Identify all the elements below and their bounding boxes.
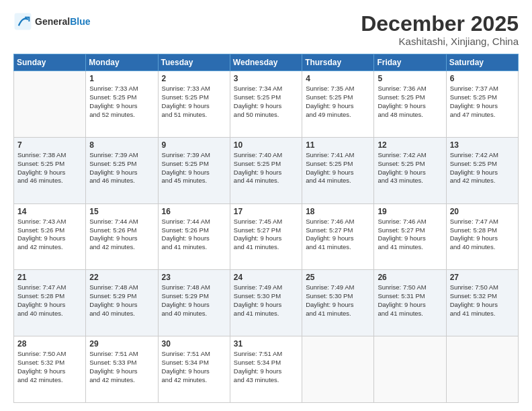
day-number: 10 [234,140,298,150]
day-info: Sunrise: 7:42 AMSunset: 5:25 PMDaylight:… [450,151,515,185]
calendar-cell: 1Sunrise: 7:33 AMSunset: 5:25 PMDaylight… [86,71,158,138]
day-number: 19 [378,207,442,216]
calendar-cell: 10Sunrise: 7:40 AMSunset: 5:25 PMDayligh… [230,137,302,203]
calendar-cell: 5Sunrise: 7:36 AMSunset: 5:25 PMDaylight… [374,71,446,138]
calendar-cell: 13Sunrise: 7:42 AMSunset: 5:25 PMDayligh… [446,137,518,203]
day-number: 17 [234,207,298,216]
day-info: Sunrise: 7:37 AMSunset: 5:25 PMDaylight:… [450,85,515,119]
logo-icon [13,12,32,31]
day-number: 14 [17,207,82,216]
calendar-cell: 18Sunrise: 7:46 AMSunset: 5:27 PMDayligh… [302,203,374,270]
logo-text: GeneralBlue [35,16,90,27]
calendar-cell: 11Sunrise: 7:41 AMSunset: 5:25 PMDayligh… [302,137,374,203]
calendar-cell: 19Sunrise: 7:46 AMSunset: 5:27 PMDayligh… [374,203,446,270]
month-title: December 2025 [361,12,519,36]
day-number: 2 [162,74,226,83]
day-info: Sunrise: 7:45 AMSunset: 5:27 PMDaylight:… [234,218,298,252]
day-info: Sunrise: 7:49 AMSunset: 5:30 PMDaylight:… [234,283,298,318]
calendar-cell: 9Sunrise: 7:39 AMSunset: 5:25 PMDaylight… [158,137,230,203]
day-number: 3 [234,74,298,83]
day-number: 15 [89,207,154,216]
calendar-cell: 25Sunrise: 7:49 AMSunset: 5:30 PMDayligh… [302,270,374,336]
weekday-header: Thursday [302,54,374,71]
calendar-cell: 23Sunrise: 7:48 AMSunset: 5:29 PMDayligh… [158,270,230,336]
calendar-cell: 8Sunrise: 7:39 AMSunset: 5:25 PMDaylight… [86,137,158,203]
day-number: 23 [162,273,226,282]
calendar-cell [302,336,374,403]
calendar-cell: 14Sunrise: 7:43 AMSunset: 5:26 PMDayligh… [14,203,86,270]
day-info: Sunrise: 7:48 AMSunset: 5:29 PMDaylight:… [89,283,154,318]
day-number: 7 [17,140,82,150]
page-header: GeneralBlue December 2025 Kashitashi, Xi… [13,12,519,47]
day-info: Sunrise: 7:42 AMSunset: 5:25 PMDaylight:… [378,151,442,185]
day-number: 4 [306,74,370,83]
day-info: Sunrise: 7:47 AMSunset: 5:28 PMDaylight:… [17,283,82,318]
calendar-cell: 16Sunrise: 7:44 AMSunset: 5:26 PMDayligh… [158,203,230,270]
day-info: Sunrise: 7:34 AMSunset: 5:25 PMDaylight:… [234,85,298,119]
calendar-cell: 24Sunrise: 7:49 AMSunset: 5:30 PMDayligh… [230,270,302,336]
day-number: 8 [89,140,154,150]
calendar-cell: 26Sunrise: 7:50 AMSunset: 5:31 PMDayligh… [374,270,446,336]
weekday-header: Monday [86,54,158,71]
day-number: 11 [306,140,370,150]
day-info: Sunrise: 7:33 AMSunset: 5:25 PMDaylight:… [89,85,154,119]
day-info: Sunrise: 7:41 AMSunset: 5:25 PMDaylight:… [306,151,370,185]
calendar-cell [14,71,86,138]
day-info: Sunrise: 7:50 AMSunset: 5:32 PMDaylight:… [450,283,515,318]
day-number: 1 [89,74,154,83]
day-info: Sunrise: 7:46 AMSunset: 5:27 PMDaylight:… [306,218,370,252]
day-number: 30 [162,339,226,349]
weekday-header: Friday [374,54,446,71]
calendar-cell [446,336,518,403]
day-info: Sunrise: 7:49 AMSunset: 5:30 PMDaylight:… [306,283,370,318]
day-number: 25 [306,273,370,282]
day-number: 28 [17,339,82,349]
calendar-cell: 15Sunrise: 7:44 AMSunset: 5:26 PMDayligh… [86,203,158,270]
calendar-page: GeneralBlue December 2025 Kashitashi, Xi… [0,0,532,411]
day-info: Sunrise: 7:50 AMSunset: 5:31 PMDaylight:… [378,283,442,318]
day-info: Sunrise: 7:51 AMSunset: 5:33 PMDaylight:… [89,350,154,384]
day-number: 13 [450,140,515,150]
day-info: Sunrise: 7:46 AMSunset: 5:27 PMDaylight:… [378,218,442,252]
day-info: Sunrise: 7:43 AMSunset: 5:26 PMDaylight:… [17,218,82,252]
day-number: 5 [378,74,442,83]
calendar-cell: 3Sunrise: 7:34 AMSunset: 5:25 PMDaylight… [230,71,302,138]
calendar-cell: 20Sunrise: 7:47 AMSunset: 5:28 PMDayligh… [446,203,518,270]
day-info: Sunrise: 7:48 AMSunset: 5:29 PMDaylight:… [162,283,226,318]
day-info: Sunrise: 7:51 AMSunset: 5:34 PMDaylight:… [234,350,298,384]
day-info: Sunrise: 7:39 AMSunset: 5:25 PMDaylight:… [89,151,154,185]
day-number: 12 [378,140,442,150]
day-info: Sunrise: 7:33 AMSunset: 5:25 PMDaylight:… [162,85,226,119]
day-number: 22 [89,273,154,282]
calendar-cell: 28Sunrise: 7:50 AMSunset: 5:32 PMDayligh… [14,336,86,403]
calendar-cell: 27Sunrise: 7:50 AMSunset: 5:32 PMDayligh… [446,270,518,336]
day-number: 9 [162,140,226,150]
day-number: 26 [378,273,442,282]
calendar-cell: 4Sunrise: 7:35 AMSunset: 5:25 PMDaylight… [302,71,374,138]
day-number: 20 [450,207,515,216]
calendar-cell: 22Sunrise: 7:48 AMSunset: 5:29 PMDayligh… [86,270,158,336]
day-info: Sunrise: 7:39 AMSunset: 5:25 PMDaylight:… [162,151,226,185]
calendar-cell: 29Sunrise: 7:51 AMSunset: 5:33 PMDayligh… [86,336,158,403]
weekday-header: Wednesday [230,54,302,71]
calendar-cell: 17Sunrise: 7:45 AMSunset: 5:27 PMDayligh… [230,203,302,270]
day-number: 31 [234,339,298,349]
calendar-cell [374,336,446,403]
weekday-header: Saturday [446,54,518,71]
weekday-header: Tuesday [158,54,230,71]
day-info: Sunrise: 7:44 AMSunset: 5:26 PMDaylight:… [89,218,154,252]
calendar-cell: 31Sunrise: 7:51 AMSunset: 5:34 PMDayligh… [230,336,302,403]
day-number: 18 [306,207,370,216]
calendar-cell: 2Sunrise: 7:33 AMSunset: 5:25 PMDaylight… [158,71,230,138]
day-number: 21 [17,273,82,282]
day-info: Sunrise: 7:51 AMSunset: 5:34 PMDaylight:… [162,350,226,384]
calendar-cell: 7Sunrise: 7:38 AMSunset: 5:25 PMDaylight… [14,137,86,203]
day-number: 6 [450,74,515,83]
calendar-cell: 6Sunrise: 7:37 AMSunset: 5:25 PMDaylight… [446,71,518,138]
logo: GeneralBlue [13,12,90,31]
day-info: Sunrise: 7:36 AMSunset: 5:25 PMDaylight:… [378,85,442,119]
title-block: December 2025 Kashitashi, Xinjiang, Chin… [361,12,519,47]
calendar-cell: 21Sunrise: 7:47 AMSunset: 5:28 PMDayligh… [14,270,86,336]
day-number: 27 [450,273,515,282]
day-info: Sunrise: 7:38 AMSunset: 5:25 PMDaylight:… [17,151,82,185]
